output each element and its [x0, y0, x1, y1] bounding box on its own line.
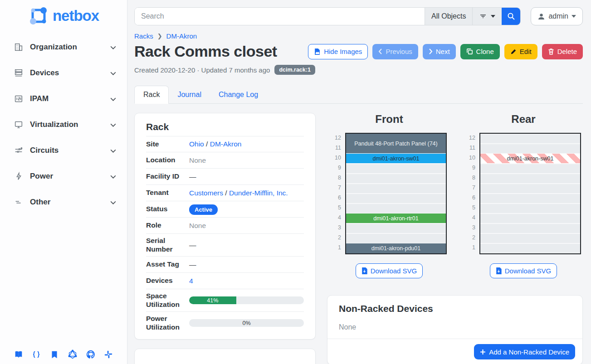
topbar: All Objects admin [134, 7, 583, 25]
chevron-left-icon [378, 49, 382, 54]
search-scope-button[interactable]: All Objects [425, 8, 472, 25]
slack-icon[interactable] [103, 349, 113, 359]
rack-device-panduit-48-port-patch-panel-74-[interactable]: Panduit 48-Port Patch Panel (74) [346, 134, 446, 153]
rear-unit-numbers: 121110987654321 [466, 133, 479, 254]
previous-button[interactable]: Previous [372, 44, 418, 59]
empty-unit-slot[interactable] [480, 204, 580, 213]
unit-number: 2 [466, 233, 479, 243]
edit-button[interactable]: Edit [504, 44, 537, 59]
empty-unit-slot[interactable] [346, 194, 446, 203]
github-icon[interactable] [86, 349, 96, 359]
empty-unit-slot[interactable] [480, 224, 580, 233]
page-header: Rack Comms closet Hide Images Previous N… [134, 43, 583, 60]
sidebar-nav: Organization Devices IPAM [0, 38, 127, 211]
empty-unit-slot[interactable] [346, 164, 446, 173]
hide-images-label: Hide Images [324, 48, 362, 55]
unit-number: 7 [332, 183, 345, 193]
user-menu-button[interactable]: admin [531, 7, 583, 25]
chevron-down-icon [491, 15, 495, 18]
tab-journal[interactable]: Journal [169, 86, 210, 103]
attr-location: Location None [146, 152, 304, 169]
main-content: All Objects admin [127, 0, 591, 364]
rear-rack-diagram: dmi01-akron-sw01 [479, 133, 581, 254]
rack-device-dmi01-akron-sw01[interactable]: dmi01-akron-sw01 [346, 154, 446, 163]
sidebar-item-devices[interactable]: Devices [3, 64, 124, 82]
empty-unit-slot[interactable] [480, 134, 580, 143]
chevron-down-icon [109, 121, 117, 129]
chevron-down-icon [109, 199, 117, 206]
sidebar-item-circuits[interactable]: Circuits [3, 141, 124, 160]
sidebar-footer [0, 349, 127, 359]
search-filter-button[interactable] [472, 8, 502, 25]
attr-serial-number: Serial Number — [146, 234, 304, 257]
empty-unit-slot[interactable] [480, 184, 580, 193]
breadcrumb-dm-akron[interactable]: DM-Akron [166, 32, 197, 40]
netbox-logo[interactable]: netbox [0, 0, 127, 29]
file-download-icon [496, 267, 502, 274]
sidebar-item-power[interactable]: Power [3, 167, 124, 185]
rack-group-link[interactable]: DM-Akron [210, 140, 242, 148]
empty-unit-slot[interactable] [480, 244, 580, 253]
rest-api-braces-icon[interactable] [31, 349, 41, 359]
api-docs-bookmark-icon[interactable] [49, 349, 59, 359]
object-meta: Created 2020-12-20 · Updated 7 months ag… [134, 65, 583, 75]
empty-unit-slot[interactable] [480, 234, 580, 243]
rack-device-dmi01-akron-sw01[interactable]: dmi01-akron-sw01 [480, 154, 580, 163]
unit-number: 1 [332, 243, 345, 252]
empty-unit-slot[interactable] [480, 164, 580, 173]
add-non-racked-device-button[interactable]: Add a Non-Racked Device [474, 344, 575, 359]
rack-device-dmi01-akron-pdu01[interactable]: dmi01-akron-pdu01 [346, 243, 446, 253]
tenant-group-link[interactable]: Customers [189, 189, 223, 197]
chevron-down-icon [109, 95, 117, 103]
empty-unit-slot[interactable] [346, 224, 446, 233]
empty-unit-slot[interactable] [480, 214, 580, 223]
site-link[interactable]: Ohio [189, 140, 204, 148]
sidebar-item-organization[interactable]: Organization [3, 38, 124, 56]
unit-number: 3 [466, 223, 479, 233]
unit-number: 5 [466, 203, 479, 213]
rack-device-dmi01-akron-rtr01[interactable]: dmi01-akron-rtr01 [346, 214, 446, 223]
unit-number: 10 [466, 153, 479, 163]
delete-button[interactable]: Delete [542, 44, 583, 59]
docs-book-icon[interactable] [14, 349, 24, 359]
tab-change-log[interactable]: Change Log [210, 86, 267, 103]
devices-count-link[interactable]: 4 [189, 277, 193, 285]
edit-label: Edit [520, 48, 532, 55]
filter-icon [479, 12, 487, 20]
sidebar-item-virtualization[interactable]: Virtualization [3, 116, 124, 134]
attr-site: Site Ohio / DM-Akron [146, 136, 304, 152]
next-button[interactable]: Next [423, 44, 456, 59]
front-download-svg-button[interactable]: Download SVG [356, 263, 423, 278]
empty-unit-slot[interactable] [346, 184, 446, 193]
server-icon [14, 68, 24, 78]
breadcrumb-racks[interactable]: Racks [134, 32, 153, 40]
empty-unit-slot[interactable] [346, 234, 446, 243]
trash-icon [548, 48, 554, 55]
sidebar-item-ipam[interactable]: IPAM [3, 90, 124, 108]
attr-facility-id: Facility ID — [146, 169, 304, 185]
space-utilization-fill: 41% [189, 296, 236, 304]
copy-icon [466, 48, 473, 55]
unit-number: 12 [466, 133, 479, 143]
user-icon [537, 13, 545, 20]
tab-rack[interactable]: Rack [134, 86, 169, 104]
attr-role: Role None [146, 218, 304, 234]
rear-elevation: Rear 121110987654321 dmi01-akron-sw01 Do… [464, 113, 583, 278]
sidebar-item-other[interactable]: Other [3, 193, 124, 211]
next-label: Next [436, 48, 450, 55]
unit-number: 3 [332, 223, 345, 233]
chevron-down-icon [571, 15, 576, 18]
rear-download-svg-button[interactable]: Download SVG [490, 263, 557, 278]
search-submit-button[interactable] [502, 8, 520, 25]
graphql-icon[interactable] [68, 349, 78, 359]
empty-unit-slot[interactable] [480, 194, 580, 203]
empty-unit-slot[interactable] [346, 204, 446, 213]
tenant-link[interactable]: Dunder-Mifflin, Inc. [229, 189, 288, 197]
empty-unit-slot[interactable] [480, 144, 580, 153]
file-download-icon [361, 267, 367, 274]
hide-images-button[interactable]: Hide Images [308, 44, 368, 59]
empty-unit-slot[interactable] [480, 174, 580, 183]
empty-unit-slot[interactable] [346, 174, 446, 183]
clone-button[interactable]: Clone [460, 44, 500, 59]
search-input[interactable] [135, 8, 425, 25]
